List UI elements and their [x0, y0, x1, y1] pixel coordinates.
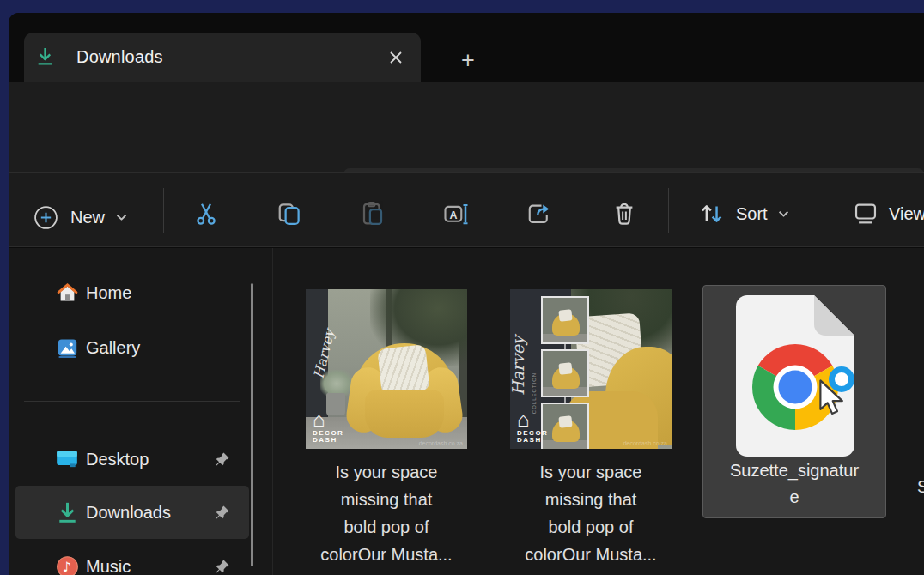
sidebar-item-home[interactable]: Home [15, 273, 249, 312]
sidebar-item-label: Downloads [86, 503, 171, 523]
view-button[interactable]: View [846, 190, 924, 238]
sort-arrows-icon [698, 201, 726, 227]
tab-downloads[interactable]: Downloads [24, 33, 421, 82]
view-button-label: View [889, 204, 924, 224]
pin-icon [215, 451, 230, 470]
sidebar-item-label: Music [86, 557, 131, 575]
sidebar-item-label: Gallery [86, 338, 140, 358]
sidebar-item-downloads[interactable]: Downloads [15, 486, 249, 539]
watermark-collection-text: COLLECTION [532, 372, 537, 414]
downloads-tab-icon [36, 47, 54, 67]
mouse-cursor [818, 378, 844, 421]
watermark-site-text: decordash.co.za [623, 440, 667, 446]
gallery-icon [55, 336, 79, 360]
rename-button[interactable]: A [432, 190, 480, 238]
watermark-script-text: Harvey [510, 336, 527, 396]
house-logo-icon: ⌂ [313, 411, 343, 428]
file-name-label: Is your space missing that bold pop of c… [507, 458, 675, 568]
rename-icon: A [443, 201, 469, 227]
command-toolbar: New [9, 172, 924, 247]
pin-icon [215, 505, 230, 524]
sort-button-label: Sort [736, 204, 768, 224]
collage-frame [541, 296, 589, 344]
house-logo-icon: ⌂ [517, 411, 548, 428]
brand-watermark: ⌂ DECOR DASH [313, 411, 343, 444]
watermark-site-text: decordash.co.za [419, 440, 463, 446]
navigation-pane: Home Gallery [9, 248, 272, 575]
scissors-icon [193, 201, 219, 227]
sidebar-item-music[interactable]: ♪ Music [15, 547, 249, 575]
file-name-label: Is your space missing that bold pop of c… [302, 458, 471, 568]
music-icon: ♪ [55, 554, 79, 575]
toolbar-separator [163, 188, 164, 233]
delete-button[interactable] [600, 190, 648, 238]
file-thumbnail: Harvey COLLECTION ⌂ DECOR DASH decordash… [510, 289, 672, 449]
svg-text:A: A [450, 209, 458, 221]
navigation-bar: ← → ↑ [9, 82, 924, 172]
home-icon [55, 281, 79, 305]
file-name-label: Suzette_signatur e [703, 457, 885, 511]
collage-frame [541, 349, 589, 397]
file-name-label-partial[interactable]: S [917, 473, 924, 500]
view-icon [853, 202, 878, 226]
pin-icon [215, 559, 230, 575]
paste-icon [360, 201, 386, 227]
file-explorer-window: Downloads + ← → ↑ [9, 13, 924, 575]
explorer-content: Home Gallery [9, 248, 924, 575]
sidebar-item-label: Home [86, 283, 131, 303]
new-plus-circle-icon [33, 204, 59, 231]
sort-button[interactable]: Sort [691, 190, 796, 238]
tab-close-button[interactable] [383, 45, 409, 70]
desktop-icon [55, 447, 79, 471]
sidebar-scrollbar[interactable] [251, 283, 253, 566]
toolbar-separator [668, 188, 669, 233]
brand-line: DASH [313, 437, 343, 444]
close-icon [387, 49, 404, 66]
sidebar-item-gallery[interactable]: Gallery [15, 328, 249, 367]
plus-icon: + [461, 47, 475, 74]
paste-button[interactable] [349, 190, 397, 238]
desktop-background: Downloads + ← → ↑ [0, 0, 924, 575]
new-button-label: New [70, 208, 105, 227]
chevron-down-icon [116, 214, 127, 221]
sidebar-item-label: Desktop [86, 450, 149, 469]
file-item-suzette-signature[interactable]: Suzette_signatur e [702, 285, 886, 518]
svg-text:♪: ♪ [63, 559, 71, 575]
sidebar-item-desktop[interactable]: Desktop [15, 439, 249, 479]
chevron-down-icon [778, 210, 789, 218]
sidebar-separator [24, 401, 240, 402]
share-icon [526, 201, 552, 227]
tab-title: Downloads [76, 47, 163, 67]
downloads-icon [55, 500, 79, 524]
copy-button[interactable] [265, 190, 313, 238]
collage-frame [541, 402, 589, 449]
trash-icon [611, 201, 637, 227]
file-thumbnail: Harvey ⌂ DECOR DASH decordash.co.za [306, 289, 467, 449]
brand-line: DASH [517, 437, 548, 444]
brand-watermark: ⌂ DECOR DASH [517, 411, 548, 444]
cut-button[interactable] [182, 190, 230, 238]
tab-strip: Downloads + [9, 13, 924, 82]
copy-icon [277, 201, 302, 227]
new-tab-button[interactable]: + [451, 45, 485, 75]
share-button[interactable] [515, 190, 563, 238]
chair-illustration [354, 343, 455, 438]
new-button[interactable]: New [22, 193, 137, 241]
pane-divider [272, 248, 273, 575]
